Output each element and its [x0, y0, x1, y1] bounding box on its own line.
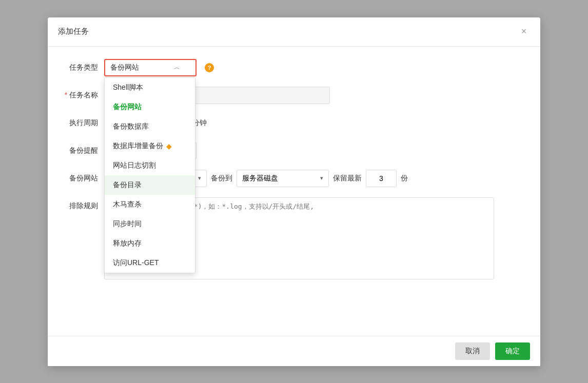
task-type-select-wrapper: 备份网站 ︿ Shell脚本备份网站备份数据库数据库增量备份 ◆网站日志切割备份… — [104, 59, 197, 76]
close-button[interactable]: × — [518, 26, 530, 38]
dropdown-item[interactable]: 木马查杀 — [105, 195, 195, 214]
dialog: 添加任务 × 任务类型 备份网站 ︿ Sh — [48, 17, 540, 366]
fen-label: 份 — [401, 174, 408, 183]
backup-dest-select[interactable]: 服务器磁盘 ▾ — [237, 170, 329, 187]
backup-dest-value: 服务器磁盘 — [242, 174, 278, 183]
dropdown-item[interactable]: 释放内存 — [105, 234, 195, 253]
dialog-header: 添加任务 × — [48, 17, 540, 47]
task-type-select[interactable]: 备份网站 ︿ — [104, 59, 197, 76]
dropdown-item[interactable]: 数据库增量备份 ◆ — [105, 136, 195, 156]
dialog-body: 任务类型 备份网站 ︿ Shell脚本备份网站备份数据库数据库增量备份 ◆网站日… — [48, 47, 540, 304]
dialog-footer: 取消 确定 — [48, 336, 540, 366]
exclude-rules-label: 排除规则 — [63, 197, 104, 211]
keep-latest-label: 保留最新 — [333, 174, 362, 183]
dropdown-item[interactable]: 备份网站 — [105, 97, 195, 117]
help-icon[interactable]: ? — [205, 63, 214, 72]
task-type-label: 任务类型 — [63, 59, 104, 72]
backup-website-label: 备份网站 — [63, 170, 104, 183]
dropdown-item[interactable]: 网站日志切割 — [105, 156, 195, 175]
confirm-button[interactable]: 确定 — [495, 342, 530, 360]
keep-count-input[interactable] — [366, 170, 397, 187]
task-type-control: 备份网站 ︿ Shell脚本备份网站备份数据库数据库增量备份 ◆网站日志切割备份… — [104, 59, 525, 76]
dropdown-item[interactable]: 备份目录 — [105, 175, 195, 195]
task-type-dropdown: Shell脚本备份网站备份数据库数据库增量备份 ◆网站日志切割备份目录木马查杀同… — [104, 77, 195, 273]
backup-to-label: 备份到 — [211, 174, 232, 183]
task-type-select-value: 备份网站 — [110, 63, 139, 72]
chevron-down-icon-3: ▾ — [320, 175, 323, 182]
task-name-label: 任务名称 — [63, 87, 104, 100]
dropdown-item[interactable]: 备份数据库 — [105, 117, 195, 136]
task-type-row: 任务类型 备份网站 ︿ Shell脚本备份网站备份数据库数据库增量备份 ◆网站日… — [63, 59, 525, 76]
execution-period-label: 执行周期 — [63, 114, 104, 128]
diamond-icon: ◆ — [166, 142, 172, 150]
dropdown-item[interactable]: 同步时间 — [105, 214, 195, 234]
dialog-title: 添加任务 — [58, 27, 89, 36]
backup-reminder-label: 备份提醒 — [63, 142, 104, 155]
dropdown-item[interactable]: 访问URL-GET — [105, 253, 195, 273]
chevron-down-icon-2: ▾ — [198, 175, 201, 182]
dialog-overlay: 添加任务 × 任务类型 备份网站 ︿ Sh — [0, 0, 588, 383]
chevron-up-icon: ︿ — [174, 63, 180, 72]
cancel-button[interactable]: 取消 — [455, 342, 490, 360]
dropdown-item[interactable]: Shell脚本 — [105, 78, 195, 97]
